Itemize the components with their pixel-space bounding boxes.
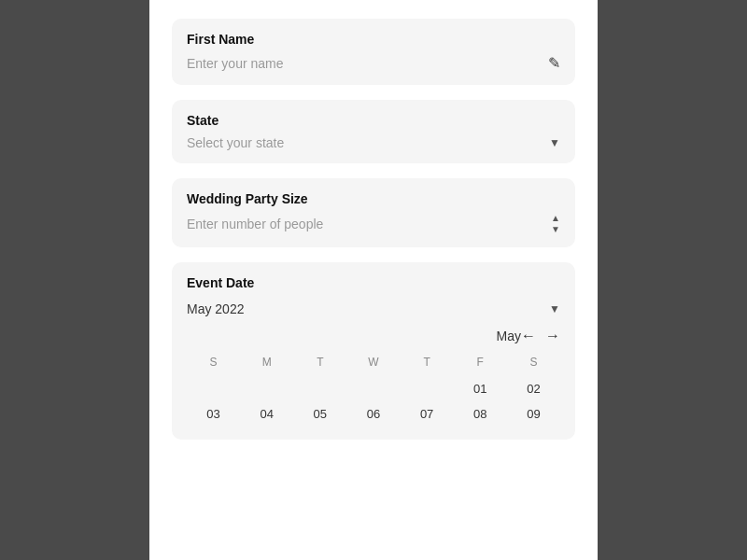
state-card: State Select your state ▼ [172,100,575,163]
calendar-day-01[interactable]: 01 [454,376,507,401]
month-year-dropdown-arrow[interactable]: ▼ [549,302,560,315]
calendar-day-03[interactable]: 03 [187,401,240,427]
day-header-tue: T [293,352,346,372]
calendar-day-06[interactable]: 06 [346,401,400,427]
calendar-cell [293,376,346,401]
calendar-month-label: May [497,329,521,343]
calendar-row-1: 01 02 [187,376,560,401]
party-size-card: Wedding Party Size Enter number of peopl… [172,178,575,247]
calendar-cell [401,376,454,401]
state-dropdown-arrow[interactable]: ▼ [549,136,560,149]
event-date-label: Event Date [187,275,560,290]
event-date-card: Event Date May 2022 ▼ May ← → S M T W T … [172,262,575,440]
day-header-fri: F [454,352,507,372]
month-nav: ← → [521,328,560,344]
calendar-day-05[interactable]: 05 [293,401,346,427]
calendar-nav-row: May ← → [187,328,560,344]
state-label: State [187,113,560,128]
party-size-label: Wedding Party Size [187,191,560,206]
calendar-day-09[interactable]: 09 [507,401,560,427]
day-header-wed: W [346,352,400,372]
first-name-card: First Name Enter your name ✎ [172,19,575,85]
state-placeholder: Select your state [187,135,549,150]
calendar-cell [187,376,240,401]
calendar-day-04[interactable]: 04 [240,401,293,427]
calendar-cell [346,376,400,401]
month-year-display: May 2022 [187,301,244,316]
party-size-placeholder: Enter number of people [187,217,551,231]
calendar-day-08[interactable]: 08 [454,401,507,427]
prev-month-button[interactable]: ← [521,328,536,344]
day-header-thu: T [401,352,454,372]
first-name-placeholder: Enter your name [187,56,548,71]
day-header-mon: M [240,352,293,372]
first-name-label: First Name [187,32,560,47]
spinner-icon[interactable]: ▲ ▼ [551,214,560,234]
calendar-day-02[interactable]: 02 [507,376,560,401]
calendar-day-07[interactable]: 07 [401,401,454,427]
next-month-button[interactable]: → [545,328,560,344]
month-year-row: May 2022 ▼ [187,301,560,316]
calendar-row-2: 03 04 05 06 07 08 09 [187,401,560,427]
calendar-cell [240,376,293,401]
edit-icon[interactable]: ✎ [548,54,560,72]
day-header-sat: S [507,352,560,372]
main-form-panel: First Name Enter your name ✎ State Selec… [149,0,598,560]
calendar-header: S M T W T F S [187,352,560,372]
day-header-sun: S [187,352,240,372]
